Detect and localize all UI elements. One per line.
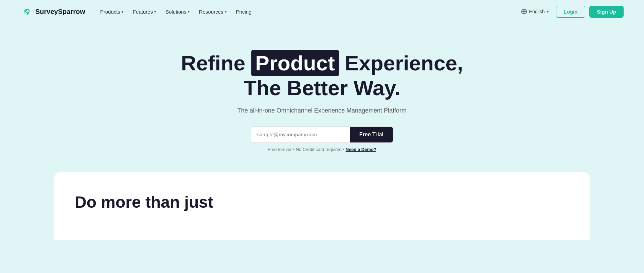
svg-point-1 (27, 13, 29, 15)
nav-item-resources[interactable]: Resources ▾ (195, 6, 231, 17)
bottom-headline: Do more than just (75, 193, 569, 211)
nav-item-solutions[interactable]: Solutions ▾ (161, 6, 194, 17)
free-trial-button[interactable]: Free Trial (350, 127, 393, 142)
hero-headline: Refine Product Experience, The Better Wa… (181, 50, 463, 100)
chevron-down-icon: ▾ (154, 10, 156, 14)
need-demo-link[interactable]: Need a Demo? (346, 147, 376, 152)
signup-button[interactable]: Sign Up (589, 6, 624, 18)
brand-name: SurveySparrow (35, 8, 85, 16)
chevron-down-icon: ▾ (547, 10, 549, 14)
logo-icon (20, 5, 33, 18)
language-label: English (529, 9, 545, 14)
svg-point-0 (21, 6, 32, 17)
nav-item-features[interactable]: Features ▾ (129, 6, 160, 17)
chevron-down-icon: ▾ (225, 10, 227, 14)
headline-start: Refine (181, 51, 251, 75)
cta-form: Free Trial (251, 126, 393, 143)
nav-item-products[interactable]: Products ▾ (96, 6, 127, 17)
headline-end: Experience, (339, 51, 463, 75)
navbar-right: English ▾ Login Sign Up (518, 6, 624, 18)
nav-item-pricing[interactable]: Pricing (232, 6, 256, 17)
nav-links: Products ▾ Features ▾ Solutions ▾ Resour… (96, 6, 256, 17)
logo-link[interactable]: SurveySparrow (20, 5, 85, 18)
login-button[interactable]: Login (556, 6, 586, 18)
globe-icon (521, 8, 527, 15)
language-selector[interactable]: English ▾ (518, 6, 552, 17)
chevron-down-icon: ▾ (188, 10, 190, 14)
cta-note: Free forever • No Credit card required •… (268, 147, 376, 152)
headline-highlight: Product (251, 50, 339, 76)
navbar: SurveySparrow Products ▾ Features ▾ Solu… (0, 0, 644, 23)
navbar-left: SurveySparrow Products ▾ Features ▾ Solu… (20, 5, 255, 18)
hero-subtext: The all-in-one Omnichannel Experience Ma… (237, 107, 407, 114)
bottom-section: Do more than just (54, 172, 590, 240)
hero-section: Refine Product Experience, The Better Wa… (0, 23, 644, 172)
chevron-down-icon: ▾ (122, 10, 123, 14)
headline-line2: The Better Way. (181, 76, 463, 100)
email-input[interactable] (251, 127, 350, 142)
